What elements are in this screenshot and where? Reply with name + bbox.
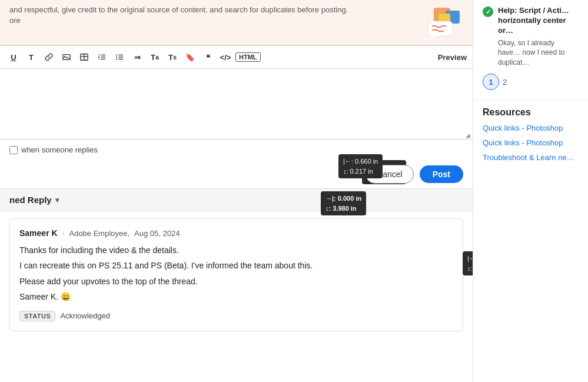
sidebar-help-subtitle[interactable]: horizontally center or… bbox=[498, 16, 579, 36]
sidebar-help-content: Help: Script / Acti… horizontally center… bbox=[498, 6, 579, 68]
notice-image bbox=[416, 5, 463, 40]
notify-row: when someone replies bbox=[0, 139, 473, 160]
main-content: and respectful, give credit to the origi… bbox=[0, 0, 473, 382]
reply-author-row: Sameer K · Adobe Employee, Aug 05, 2024 bbox=[19, 228, 453, 238]
reply-line-1: Thanks for including the video & the det… bbox=[19, 244, 453, 257]
toolbar-table[interactable] bbox=[77, 49, 92, 65]
resources-title: Resources bbox=[483, 107, 579, 118]
cancel-button[interactable]: Cancel bbox=[366, 165, 414, 184]
tooltip3-height: ↕: 3.980 in bbox=[325, 204, 361, 214]
reply-editor[interactable] bbox=[0, 69, 473, 139]
toolbar-ordered-list[interactable]: 1 2 3 bbox=[94, 49, 109, 65]
check-icon bbox=[483, 6, 493, 17]
toolbar-link[interactable] bbox=[41, 49, 57, 65]
toolbar-code[interactable]: </> bbox=[218, 49, 233, 65]
notice-line1: and respectful, give credit to the origi… bbox=[9, 5, 348, 14]
dimension-tooltip-3: →|: 0.000 in ↕: 3.980 in bbox=[321, 191, 366, 215]
reply-separator: · bbox=[62, 228, 65, 238]
editor-toolbar: U T bbox=[0, 45, 473, 69]
sidebar-link-2[interactable]: Quick links - Photoshop bbox=[483, 138, 579, 148]
toolbar-underline[interactable]: U bbox=[6, 49, 21, 65]
svg-point-21 bbox=[116, 58, 117, 59]
sidebar-link-1[interactable]: Quick links - Photoshop bbox=[483, 124, 579, 134]
sidebar-top: Help: Script / Acti… horizontally center… bbox=[473, 0, 588, 100]
sidebar-help-title[interactable]: Help: Script / Acti… bbox=[498, 6, 579, 16]
post-button[interactable]: Post bbox=[420, 165, 463, 183]
resize-handle[interactable]: ◢ bbox=[466, 132, 471, 138]
status-badge: STATUS bbox=[19, 311, 55, 321]
toolbar-spoiler[interactable]: 🔖 bbox=[182, 49, 198, 65]
toolbar-text-size[interactable]: Ta bbox=[147, 49, 162, 65]
toolbar-quote[interactable]: ❝ bbox=[200, 49, 215, 65]
notice-bar: and respectful, give credit to the origi… bbox=[0, 0, 473, 45]
svg-rect-3 bbox=[428, 21, 453, 36]
page-num-2[interactable]: 2 bbox=[503, 78, 507, 87]
reply-badge: Adobe Employee, bbox=[69, 229, 129, 238]
toolbar-image[interactable] bbox=[59, 49, 74, 65]
sidebar-pagination: 1 2 bbox=[483, 74, 579, 95]
toolbar-unordered-list[interactable] bbox=[112, 49, 127, 65]
notice-text: and respectful, give credit to the origi… bbox=[9, 5, 411, 26]
reply-author-name: Sameer K bbox=[19, 228, 58, 238]
reply-line-4: Sameer K. 😄 bbox=[19, 290, 453, 303]
reply-body: Thanks for including the video & the det… bbox=[19, 244, 453, 304]
pinned-reply-label: ned Reply bbox=[9, 195, 52, 205]
notice-more: ore bbox=[9, 16, 21, 25]
toolbar-indent[interactable]: ⇒ bbox=[129, 49, 145, 65]
tooltip4-height: ↕: 0.417 in bbox=[467, 264, 473, 274]
sidebar-help-item: Help: Script / Acti… horizontally center… bbox=[483, 6, 579, 68]
toolbar-text-style[interactable]: Ts bbox=[165, 49, 180, 65]
toolbar-preview[interactable]: Preview bbox=[438, 53, 467, 62]
sidebar-help-detail: Okay, so I already have… now I need to d… bbox=[498, 38, 579, 68]
sidebar: Help: Script / Acti… horizontally center… bbox=[473, 0, 588, 382]
notice-illustration bbox=[416, 5, 463, 40]
sidebar-resources: Resources Quick links - Photoshop Quick … bbox=[473, 100, 588, 172]
chevron-down-icon[interactable]: ▾ bbox=[55, 196, 59, 204]
reply-line-2: I can recreate this on PS 25.11 and PS (… bbox=[19, 259, 453, 272]
svg-marker-4 bbox=[429, 36, 436, 40]
editor-area: ◢ →|: 0.389 in ↕: 0.417 in bbox=[0, 69, 473, 139]
action-buttons-row: |←: 0.660 in ↕: 0.217 in Cancel Post bbox=[0, 160, 473, 188]
notify-checkbox[interactable] bbox=[9, 146, 18, 154]
pinned-reply-bar: →|: 0.000 in ↕: 3.980 in ned Reply ▾ bbox=[0, 188, 473, 211]
dimension-tooltip-4: |←: 0.757 in ↕: 0.417 in bbox=[463, 251, 473, 275]
toolbar-text[interactable]: T bbox=[24, 49, 39, 65]
page-btn-1[interactable]: 1 bbox=[483, 74, 499, 90]
sidebar-link-3[interactable]: Troubleshoot & Learn ne… bbox=[483, 153, 579, 163]
reply-line-3: Please add your upvotes to the top of th… bbox=[19, 275, 453, 288]
svg-point-19 bbox=[116, 54, 117, 55]
reply-date: Aug 05, 2024 bbox=[134, 229, 180, 238]
svg-point-20 bbox=[116, 57, 117, 58]
toolbar-html-button[interactable]: HTML bbox=[235, 52, 261, 62]
svg-text:3: 3 bbox=[98, 57, 100, 60]
tooltip4-width: |←: 0.757 in bbox=[467, 254, 473, 264]
status-value: Acknowledged bbox=[60, 311, 110, 320]
notify-label: when someone replies bbox=[21, 145, 98, 154]
status-row: STATUS Acknowledged bbox=[19, 311, 453, 321]
tooltip3-width: →|: 0.000 in bbox=[325, 194, 361, 204]
reply-card: Sameer K · Adobe Employee, Aug 05, 2024 … bbox=[9, 218, 463, 331]
